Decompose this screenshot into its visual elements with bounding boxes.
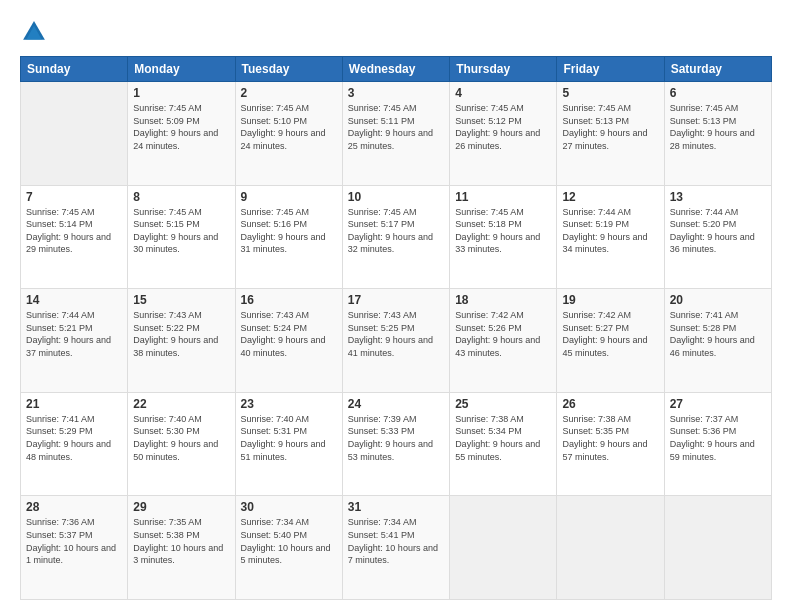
day-number: 21: [26, 397, 122, 411]
col-header-wednesday: Wednesday: [342, 57, 449, 82]
day-number: 31: [348, 500, 444, 514]
day-info: Sunrise: 7:45 AMSunset: 5:13 PMDaylight:…: [670, 102, 766, 152]
day-info: Sunrise: 7:36 AMSunset: 5:37 PMDaylight:…: [26, 516, 122, 566]
calendar-cell: 20Sunrise: 7:41 AMSunset: 5:28 PMDayligh…: [664, 289, 771, 393]
calendar-cell: 8Sunrise: 7:45 AMSunset: 5:15 PMDaylight…: [128, 185, 235, 289]
calendar-cell: 5Sunrise: 7:45 AMSunset: 5:13 PMDaylight…: [557, 82, 664, 186]
day-number: 9: [241, 190, 337, 204]
col-header-monday: Monday: [128, 57, 235, 82]
day-info: Sunrise: 7:40 AMSunset: 5:31 PMDaylight:…: [241, 413, 337, 463]
calendar-week-row: 7Sunrise: 7:45 AMSunset: 5:14 PMDaylight…: [21, 185, 772, 289]
day-number: 10: [348, 190, 444, 204]
calendar-cell: 9Sunrise: 7:45 AMSunset: 5:16 PMDaylight…: [235, 185, 342, 289]
logo: [20, 18, 52, 46]
day-number: 15: [133, 293, 229, 307]
col-header-saturday: Saturday: [664, 57, 771, 82]
day-info: Sunrise: 7:37 AMSunset: 5:36 PMDaylight:…: [670, 413, 766, 463]
day-info: Sunrise: 7:44 AMSunset: 5:20 PMDaylight:…: [670, 206, 766, 256]
day-number: 1: [133, 86, 229, 100]
day-number: 6: [670, 86, 766, 100]
calendar-cell: 3Sunrise: 7:45 AMSunset: 5:11 PMDaylight…: [342, 82, 449, 186]
calendar-week-row: 28Sunrise: 7:36 AMSunset: 5:37 PMDayligh…: [21, 496, 772, 600]
day-number: 30: [241, 500, 337, 514]
calendar-cell: 28Sunrise: 7:36 AMSunset: 5:37 PMDayligh…: [21, 496, 128, 600]
calendar-week-row: 1Sunrise: 7:45 AMSunset: 5:09 PMDaylight…: [21, 82, 772, 186]
day-info: Sunrise: 7:42 AMSunset: 5:27 PMDaylight:…: [562, 309, 658, 359]
day-info: Sunrise: 7:45 AMSunset: 5:18 PMDaylight:…: [455, 206, 551, 256]
day-number: 14: [26, 293, 122, 307]
logo-icon: [20, 18, 48, 46]
day-number: 18: [455, 293, 551, 307]
col-header-sunday: Sunday: [21, 57, 128, 82]
day-info: Sunrise: 7:45 AMSunset: 5:11 PMDaylight:…: [348, 102, 444, 152]
day-number: 16: [241, 293, 337, 307]
day-number: 23: [241, 397, 337, 411]
day-info: Sunrise: 7:34 AMSunset: 5:40 PMDaylight:…: [241, 516, 337, 566]
calendar-cell: 18Sunrise: 7:42 AMSunset: 5:26 PMDayligh…: [450, 289, 557, 393]
day-number: 2: [241, 86, 337, 100]
calendar-cell: 29Sunrise: 7:35 AMSunset: 5:38 PMDayligh…: [128, 496, 235, 600]
day-number: 24: [348, 397, 444, 411]
day-number: 8: [133, 190, 229, 204]
calendar-cell: [450, 496, 557, 600]
day-info: Sunrise: 7:35 AMSunset: 5:38 PMDaylight:…: [133, 516, 229, 566]
day-info: Sunrise: 7:43 AMSunset: 5:24 PMDaylight:…: [241, 309, 337, 359]
header: [20, 18, 772, 46]
calendar-cell: 10Sunrise: 7:45 AMSunset: 5:17 PMDayligh…: [342, 185, 449, 289]
calendar-cell: 7Sunrise: 7:45 AMSunset: 5:14 PMDaylight…: [21, 185, 128, 289]
calendar-cell: 6Sunrise: 7:45 AMSunset: 5:13 PMDaylight…: [664, 82, 771, 186]
day-number: 27: [670, 397, 766, 411]
calendar-cell: 2Sunrise: 7:45 AMSunset: 5:10 PMDaylight…: [235, 82, 342, 186]
day-info: Sunrise: 7:45 AMSunset: 5:15 PMDaylight:…: [133, 206, 229, 256]
day-number: 7: [26, 190, 122, 204]
col-header-tuesday: Tuesday: [235, 57, 342, 82]
calendar-cell: 19Sunrise: 7:42 AMSunset: 5:27 PMDayligh…: [557, 289, 664, 393]
day-info: Sunrise: 7:34 AMSunset: 5:41 PMDaylight:…: [348, 516, 444, 566]
calendar-cell: 17Sunrise: 7:43 AMSunset: 5:25 PMDayligh…: [342, 289, 449, 393]
calendar-cell: 30Sunrise: 7:34 AMSunset: 5:40 PMDayligh…: [235, 496, 342, 600]
day-info: Sunrise: 7:45 AMSunset: 5:14 PMDaylight:…: [26, 206, 122, 256]
day-info: Sunrise: 7:45 AMSunset: 5:17 PMDaylight:…: [348, 206, 444, 256]
day-number: 28: [26, 500, 122, 514]
day-info: Sunrise: 7:39 AMSunset: 5:33 PMDaylight:…: [348, 413, 444, 463]
calendar-cell: 25Sunrise: 7:38 AMSunset: 5:34 PMDayligh…: [450, 392, 557, 496]
day-number: 17: [348, 293, 444, 307]
day-number: 12: [562, 190, 658, 204]
day-number: 4: [455, 86, 551, 100]
day-info: Sunrise: 7:41 AMSunset: 5:29 PMDaylight:…: [26, 413, 122, 463]
day-number: 25: [455, 397, 551, 411]
day-number: 29: [133, 500, 229, 514]
day-info: Sunrise: 7:45 AMSunset: 5:13 PMDaylight:…: [562, 102, 658, 152]
day-info: Sunrise: 7:42 AMSunset: 5:26 PMDaylight:…: [455, 309, 551, 359]
day-number: 5: [562, 86, 658, 100]
day-info: Sunrise: 7:45 AMSunset: 5:10 PMDaylight:…: [241, 102, 337, 152]
calendar-cell: 23Sunrise: 7:40 AMSunset: 5:31 PMDayligh…: [235, 392, 342, 496]
col-header-thursday: Thursday: [450, 57, 557, 82]
calendar-cell: 11Sunrise: 7:45 AMSunset: 5:18 PMDayligh…: [450, 185, 557, 289]
day-number: 22: [133, 397, 229, 411]
header-row: SundayMondayTuesdayWednesdayThursdayFrid…: [21, 57, 772, 82]
calendar-cell: 31Sunrise: 7:34 AMSunset: 5:41 PMDayligh…: [342, 496, 449, 600]
day-number: 11: [455, 190, 551, 204]
day-info: Sunrise: 7:44 AMSunset: 5:19 PMDaylight:…: [562, 206, 658, 256]
calendar-cell: 15Sunrise: 7:43 AMSunset: 5:22 PMDayligh…: [128, 289, 235, 393]
calendar-cell: 13Sunrise: 7:44 AMSunset: 5:20 PMDayligh…: [664, 185, 771, 289]
day-info: Sunrise: 7:43 AMSunset: 5:25 PMDaylight:…: [348, 309, 444, 359]
page: SundayMondayTuesdayWednesdayThursdayFrid…: [0, 0, 792, 612]
calendar-cell: 12Sunrise: 7:44 AMSunset: 5:19 PMDayligh…: [557, 185, 664, 289]
calendar-table: SundayMondayTuesdayWednesdayThursdayFrid…: [20, 56, 772, 600]
calendar-cell: 27Sunrise: 7:37 AMSunset: 5:36 PMDayligh…: [664, 392, 771, 496]
calendar-cell: 24Sunrise: 7:39 AMSunset: 5:33 PMDayligh…: [342, 392, 449, 496]
calendar-week-row: 21Sunrise: 7:41 AMSunset: 5:29 PMDayligh…: [21, 392, 772, 496]
calendar-cell: 14Sunrise: 7:44 AMSunset: 5:21 PMDayligh…: [21, 289, 128, 393]
calendar-cell: 22Sunrise: 7:40 AMSunset: 5:30 PMDayligh…: [128, 392, 235, 496]
calendar-cell: 1Sunrise: 7:45 AMSunset: 5:09 PMDaylight…: [128, 82, 235, 186]
day-info: Sunrise: 7:45 AMSunset: 5:16 PMDaylight:…: [241, 206, 337, 256]
calendar-cell: [664, 496, 771, 600]
calendar-cell: [21, 82, 128, 186]
day-info: Sunrise: 7:38 AMSunset: 5:34 PMDaylight:…: [455, 413, 551, 463]
day-number: 13: [670, 190, 766, 204]
calendar-cell: 26Sunrise: 7:38 AMSunset: 5:35 PMDayligh…: [557, 392, 664, 496]
calendar-cell: 21Sunrise: 7:41 AMSunset: 5:29 PMDayligh…: [21, 392, 128, 496]
day-info: Sunrise: 7:38 AMSunset: 5:35 PMDaylight:…: [562, 413, 658, 463]
